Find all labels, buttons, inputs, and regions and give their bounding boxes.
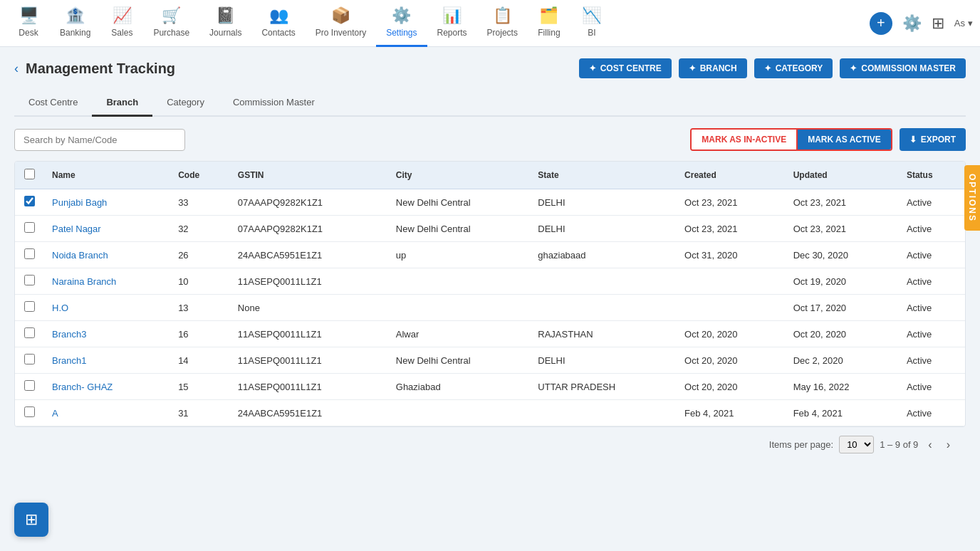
user-menu[interactable]: As ▾ — [954, 18, 973, 28]
row-checkbox-cell[interactable] — [15, 295, 43, 321]
row-checkbox-cell[interactable] — [15, 216, 43, 242]
row-checkbox[interactable] — [24, 380, 35, 391]
row-checkbox-cell[interactable] — [15, 268, 43, 295]
row-checkbox[interactable] — [24, 275, 35, 285]
row-name[interactable]: Branch3 — [43, 321, 170, 347]
tab-commission-master[interactable]: Commission Master — [219, 90, 329, 117]
tab-bar: Cost Centre Branch Category Commission M… — [14, 90, 966, 117]
nav-reports[interactable]: 📊 Reports — [427, 0, 477, 47]
plus-icon: ✦ — [589, 63, 596, 73]
row-checkbox[interactable] — [24, 301, 35, 312]
select-all-header[interactable] — [15, 162, 43, 189]
row-checkbox[interactable] — [24, 248, 35, 259]
col-updated: Updated — [785, 162, 898, 189]
table-row: Punjabi Bagh 33 07AAAPQ9282K1Z1 New Delh… — [15, 189, 965, 216]
row-code: 16 — [170, 321, 229, 347]
row-checkbox[interactable] — [24, 222, 35, 233]
row-state: UTTAR PRADESH — [529, 374, 676, 400]
nav-pro-inventory[interactable]: 📦 Pro Inventory — [306, 0, 376, 47]
row-updated: Oct 23, 2021 — [785, 189, 898, 216]
nav-sales[interactable]: 📈 Sales — [100, 0, 143, 47]
row-created: Oct 23, 2021 — [676, 216, 785, 242]
row-gstin: 07AAAPQ9282K1Z1 — [229, 216, 387, 242]
grid-icon[interactable]: ⊞ — [932, 14, 944, 33]
row-state — [529, 295, 676, 321]
tab-branch[interactable]: Branch — [92, 90, 152, 117]
col-created: Created — [676, 162, 785, 189]
prev-page-button[interactable]: ‹ — [924, 437, 936, 453]
row-updated: Dec 30, 2020 — [785, 242, 898, 268]
row-name[interactable]: Branch- GHAZ — [43, 374, 170, 400]
row-updated: Oct 17, 2020 — [785, 295, 898, 321]
row-checkbox[interactable] — [24, 406, 35, 417]
nav-settings[interactable]: ⚙️ Settings — [376, 0, 427, 47]
nav-filling[interactable]: 🗂️ Filling — [528, 0, 570, 47]
row-state: ghaziabaad — [529, 242, 676, 268]
per-page-select[interactable]: 10 25 50 — [839, 436, 874, 453]
search-input[interactable] — [14, 129, 185, 151]
nav-contacts[interactable]: 👥 Contacts — [251, 0, 305, 47]
mark-inactive-button[interactable]: MARK AS IN-ACTIVE — [692, 130, 798, 149]
nav-purchase[interactable]: 🛒 Purchase — [143, 0, 199, 47]
table-row: Naraina Branch 10 11ASEPQ0011L1Z1 Oct 19… — [15, 268, 965, 295]
table-row: Patel Nagar 32 07AAAPQ9282K1Z1 New Delhi… — [15, 216, 965, 242]
pagination: Items per page: 10 25 50 1 – 9 of 9 ‹ › — [14, 427, 966, 462]
row-status: Active — [898, 189, 965, 216]
nav-desk[interactable]: 🖥️ Desk — [7, 0, 50, 47]
projects-icon: 📋 — [493, 6, 512, 25]
row-checkbox-cell[interactable] — [15, 400, 43, 426]
branch-button[interactable]: ✦ BRANCH — [679, 58, 747, 78]
export-button[interactable]: ⬇ EXPORT — [900, 128, 966, 151]
add-button[interactable]: + — [870, 12, 892, 35]
row-checkbox-cell[interactable] — [15, 242, 43, 268]
row-checkbox[interactable] — [24, 354, 35, 364]
pro-inventory-icon: 📦 — [331, 6, 350, 25]
row-updated: May 16, 2022 — [785, 374, 898, 400]
row-state: RAJASTHAN — [529, 321, 676, 347]
nav-banking[interactable]: 🏦 Banking — [50, 0, 100, 47]
gear-icon[interactable]: ⚙️ — [902, 14, 922, 33]
row-name[interactable]: Branch1 — [43, 347, 170, 374]
commission-master-button[interactable]: ✦ COMMISSION MASTER — [840, 58, 966, 78]
back-button[interactable]: ‹ — [14, 61, 19, 76]
row-created: Oct 31, 2020 — [676, 242, 785, 268]
nav-bi[interactable]: 📉 BI — [570, 0, 613, 47]
row-name[interactable]: Naraina Branch — [43, 268, 170, 295]
mark-active-button[interactable]: MARK AS ACTIVE — [798, 130, 890, 149]
row-checkbox-cell[interactable] — [15, 321, 43, 347]
row-city — [387, 400, 530, 426]
select-all-checkbox[interactable] — [24, 169, 35, 179]
row-name[interactable]: Punjabi Bagh — [43, 189, 170, 216]
nav-journals[interactable]: 📓 Journals — [199, 0, 251, 47]
items-per-page-label: Items per page: — [769, 439, 833, 450]
row-checkbox[interactable] — [24, 196, 35, 206]
row-name[interactable]: Patel Nagar — [43, 216, 170, 242]
tab-cost-centre[interactable]: Cost Centre — [14, 90, 92, 117]
row-checkbox-cell[interactable] — [15, 189, 43, 216]
nav-projects[interactable]: 📋 Projects — [477, 0, 528, 47]
row-checkbox-cell[interactable] — [15, 347, 43, 374]
row-name[interactable]: H.O — [43, 295, 170, 321]
table-row: H.O 13 None Oct 17, 2020 Active — [15, 295, 965, 321]
table-row: Noida Branch 26 24AABCA5951E1Z1 up ghazi… — [15, 242, 965, 268]
row-status: Active — [898, 347, 965, 374]
row-gstin: 07AAAPQ9282K1Z1 — [229, 189, 387, 216]
row-name[interactable]: Noida Branch — [43, 242, 170, 268]
row-city: New Delhi Central — [387, 189, 530, 216]
row-checkbox-cell[interactable] — [15, 374, 43, 400]
sales-icon: 📈 — [113, 6, 132, 25]
row-gstin: 11ASEPQ0011L1Z1 — [229, 268, 387, 295]
options-sidebar-tab[interactable]: OPTIONS — [964, 165, 980, 231]
category-button[interactable]: ✦ CATEGORY — [754, 58, 833, 78]
next-page-button[interactable]: › — [942, 437, 954, 453]
table-row: A 31 24AABCA5951E1Z1 Feb 4, 2021 Feb 4, … — [15, 400, 965, 426]
cost-centre-button[interactable]: ✦ COST CENTRE — [579, 58, 672, 78]
header-actions: ✦ COST CENTRE ✦ BRANCH ✦ CATEGORY ✦ COMM… — [579, 58, 966, 78]
tab-category[interactable]: Category — [152, 90, 219, 117]
row-city: New Delhi Central — [387, 216, 530, 242]
row-checkbox[interactable] — [24, 327, 35, 338]
row-code: 13 — [170, 295, 229, 321]
row-created: Oct 23, 2021 — [676, 189, 785, 216]
toolbar-right: MARK AS IN-ACTIVE MARK AS ACTIVE ⬇ EXPOR… — [690, 128, 966, 151]
row-name[interactable]: A — [43, 400, 170, 426]
